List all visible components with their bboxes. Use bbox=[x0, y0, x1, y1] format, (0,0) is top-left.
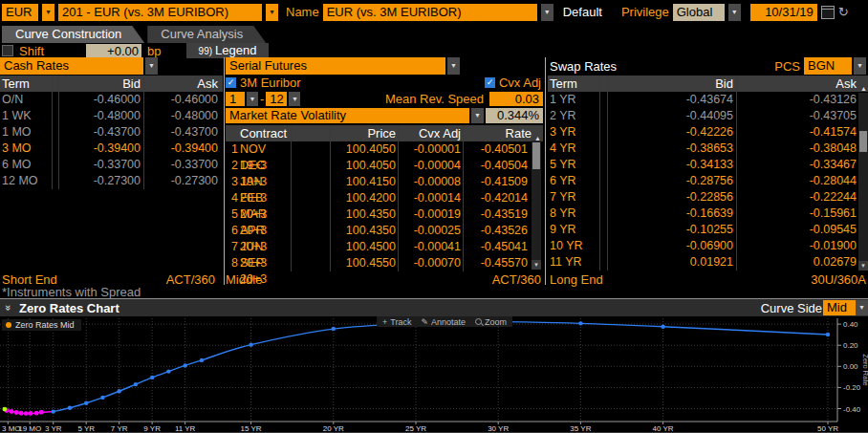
shift-checkbox[interactable] bbox=[2, 45, 13, 56]
mean-rev-speed-input[interactable]: 0.03 bbox=[489, 92, 543, 106]
spread-cell bbox=[599, 222, 608, 238]
cash-rates-select[interactable]: Cash Rates bbox=[0, 57, 143, 75]
contract-from-select[interactable]: 1 bbox=[226, 92, 245, 106]
privilege-dropdown-arrow-icon[interactable]: ▼ bbox=[728, 4, 741, 21]
volatility-dropdown-arrow-icon[interactable]: ▼ bbox=[471, 108, 484, 123]
svg-text:-0.20: -0.20 bbox=[843, 383, 861, 392]
contract-to-select[interactable]: 12 bbox=[266, 92, 287, 106]
pcs-dropdown-arrow-icon[interactable]: ▼ bbox=[854, 57, 866, 75]
futures-scrollbar[interactable]: ▼ bbox=[532, 141, 541, 270]
ticker-dropdown-arrow-icon[interactable]: ▼ bbox=[42, 4, 54, 21]
swap-rate-row[interactable]: 6 YR -0.28756 -0.28044 bbox=[548, 173, 868, 189]
middle-daycount: ACT/360 bbox=[492, 272, 543, 287]
bid-cell: -0.39400 bbox=[59, 141, 143, 157]
swap-scrollbar[interactable]: ▼ bbox=[858, 93, 868, 271]
futures-row[interactable]: 1 NOV 19+3 100.4050 -0.00001 -0.40501 bbox=[226, 141, 543, 158]
track-button[interactable]: +Track bbox=[382, 317, 411, 327]
bid-cell: -0.33700 bbox=[59, 157, 143, 173]
cvx-adj-checkbox[interactable]: ✓ bbox=[485, 77, 495, 88]
bid-cell: -0.44095 bbox=[608, 108, 736, 124]
ask-cell: -0.33700 bbox=[143, 157, 223, 173]
curve-dropdown-arrow-icon[interactable]: ▼ bbox=[266, 4, 278, 21]
curve-side-dropdown-arrow-icon[interactable]: ▼ bbox=[856, 300, 868, 315]
futures-table-header: Contract Price Cvx Adj Rate ▲ bbox=[226, 125, 543, 141]
cash-rate-row[interactable]: 1 MO -0.43700 -0.43700 bbox=[0, 124, 223, 141]
column-header-term: Term bbox=[548, 76, 599, 92]
tab-curve-analysis[interactable]: Curve Analysis bbox=[147, 26, 266, 43]
contract-cell: DEC 19+3 bbox=[238, 158, 291, 174]
serial-futures-dropdown-arrow-icon[interactable]: ▼ bbox=[447, 57, 460, 75]
column-header-ask: Ask bbox=[736, 76, 868, 92]
serial-futures-select[interactable]: Serial Futures bbox=[226, 57, 445, 75]
bid-cell: -0.38653 bbox=[608, 141, 736, 157]
swap-rate-row[interactable]: 10 YR -0.06900 -0.01900 bbox=[548, 238, 868, 254]
spread-cell bbox=[291, 141, 331, 158]
term-cell: 12 MO bbox=[0, 173, 52, 189]
futures-row[interactable]: 2 DEC 19+3 100.4050 -0.00004 -0.40504 bbox=[226, 158, 543, 174]
futures-row[interactable]: 6 APR 20+3 100.4350 -0.00025 -0.43526 bbox=[226, 223, 543, 239]
ticker-select[interactable]: EUR bbox=[2, 4, 38, 21]
calendar-icon[interactable] bbox=[821, 6, 835, 19]
cash-rate-row[interactable]: 12 MO -0.27300 -0.27300 bbox=[0, 173, 223, 189]
legend-button[interactable]: 99)Legend bbox=[186, 43, 269, 58]
contract-from-arrow-icon[interactable]: ▼ bbox=[247, 92, 258, 106]
ask-cell: -0.33467 bbox=[736, 157, 868, 173]
shift-input[interactable]: +0.00 bbox=[86, 44, 141, 58]
ask-cell: -0.39400 bbox=[143, 141, 223, 157]
swap-scroll-down-icon[interactable]: ▼ bbox=[858, 261, 868, 271]
futures-row[interactable]: 7 JUN 20+3 100.4500 -0.00041 -0.45041 bbox=[226, 239, 543, 255]
futures-row[interactable]: 5 MAR 20+3 100.4350 -0.00019 -0.43519 bbox=[226, 206, 543, 223]
swap-rate-row[interactable]: 4 YR -0.38653 -0.38048 bbox=[548, 141, 868, 157]
default-label: Default bbox=[563, 5, 602, 19]
privilege-select[interactable]: Global bbox=[673, 4, 725, 21]
row-number-cell: 5 bbox=[226, 206, 238, 223]
swap-rate-row[interactable]: 5 YR -0.34133 -0.33467 bbox=[548, 157, 868, 173]
swap-rate-row[interactable]: 2 YR -0.44095 -0.43705 bbox=[548, 108, 868, 124]
zero-rates-chart[interactable]: 3 MO19 MO3 YR5 YR7 YR9 YR11 YR15 YR20 YR… bbox=[0, 316, 868, 433]
swap-rate-row[interactable]: 7 YR -0.22856 -0.22244 bbox=[548, 189, 868, 206]
ask-cell: -0.41574 bbox=[736, 124, 868, 141]
swap-panel-footer: Long End 30U/360A bbox=[548, 272, 868, 287]
contract-to-arrow-icon[interactable]: ▼ bbox=[289, 92, 300, 106]
spread-cell bbox=[52, 157, 59, 173]
cash-rate-row[interactable]: 1 WK -0.48000 -0.48000 bbox=[0, 108, 223, 124]
name-dropdown-arrow-icon[interactable]: ▼ bbox=[541, 4, 553, 21]
tab-curve-construction[interactable]: Curve Construction bbox=[2, 26, 144, 43]
ask-cell: -0.28044 bbox=[736, 173, 868, 189]
term-cell: 3 YR bbox=[548, 124, 599, 141]
futures-row[interactable]: 4 FEB 20+3 100.4200 -0.00014 -0.42014 bbox=[226, 190, 543, 206]
annotate-button[interactable]: ✎Annotate bbox=[421, 317, 466, 327]
date-input[interactable]: 10/31/19 bbox=[750, 4, 817, 21]
contract-cell: NOV 19+3 bbox=[238, 141, 291, 158]
swap-rate-row[interactable]: 9 YR -0.10255 -0.09545 bbox=[548, 222, 868, 238]
zoom-button[interactable]: Zoom bbox=[475, 317, 507, 327]
name-input[interactable]: EUR (vs. 3M EURIBOR) bbox=[323, 4, 537, 21]
futures-scrollbar-thumb[interactable] bbox=[532, 142, 540, 169]
collapse-section-icon[interactable]: » bbox=[0, 302, 17, 314]
refresh-icon[interactable]: ↻ bbox=[838, 6, 849, 18]
futures-panel-footer: Middle ACT/360 bbox=[226, 272, 543, 287]
zero-rates-chart-canvas[interactable]: 3 MO19 MO3 YR5 YR7 YR9 YR11 YR15 YR20 YR… bbox=[0, 316, 868, 433]
euribor-checkbox[interactable]: ✓ bbox=[226, 77, 236, 88]
futures-row[interactable]: 3 JAN 20+3 100.4150 -0.00008 -0.41509 bbox=[226, 174, 543, 190]
cash-rates-dropdown-arrow-icon[interactable]: ▼ bbox=[145, 57, 158, 75]
futures-row[interactable]: 8 SEP 20+3 100.4550 -0.00070 -0.45570 bbox=[226, 255, 543, 271]
futures-scroll-down-icon[interactable]: ▼ bbox=[532, 260, 541, 270]
curve-side-select[interactable]: Mid bbox=[823, 300, 856, 315]
cash-rate-row[interactable]: 3 MO -0.39400 -0.39400 bbox=[0, 141, 223, 157]
chart-toolbar: +Track ✎Annotate Zoom bbox=[377, 316, 512, 327]
pcs-select[interactable]: BGN bbox=[804, 57, 852, 75]
volatility-select[interactable]: Market Rate Volatility bbox=[226, 108, 469, 123]
swap-scrollbar-thumb[interactable] bbox=[859, 131, 867, 152]
curve-select[interactable]: 201 - EUR (vs. 3M EURIBOR) bbox=[58, 4, 262, 21]
bid-cell: -0.10255 bbox=[608, 222, 736, 238]
cash-rate-row[interactable]: O/N -0.46000 -0.46000 bbox=[0, 92, 223, 108]
swap-rate-row[interactable]: 3 YR -0.42226 -0.41574 bbox=[548, 124, 868, 141]
swap-rate-row[interactable]: 8 YR -0.16639 -0.15961 bbox=[548, 206, 868, 222]
futures-table: 1 NOV 19+3 100.4050 -0.00001 -0.40501 2 … bbox=[226, 141, 543, 271]
spread-cell bbox=[291, 223, 331, 239]
cash-rate-row[interactable]: 6 MO -0.33700 -0.33700 bbox=[0, 157, 223, 173]
swap-rate-row[interactable]: 11 YR 0.01921 0.02679 bbox=[548, 254, 868, 271]
swap-rate-row[interactable]: 1 YR -0.43674 -0.43126 bbox=[548, 92, 868, 108]
chart-section-title: Zero Rates Chart bbox=[19, 301, 119, 315]
